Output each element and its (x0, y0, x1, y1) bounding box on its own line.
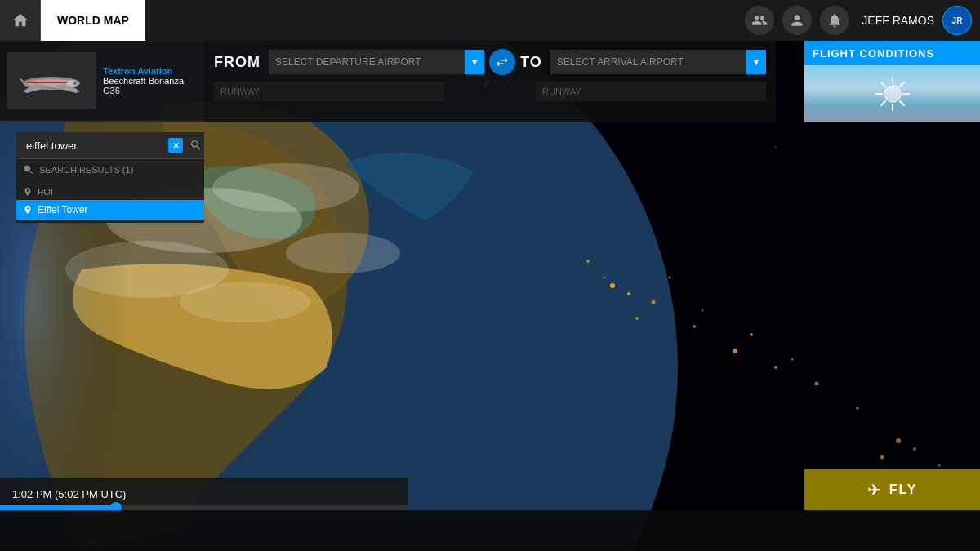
flight-bar: FROM SELECT DEPARTURE AIRPORT ▼ TO SELEC… (204, 41, 776, 122)
fly-plane-icon: ✈ (867, 480, 881, 500)
svg-point-19 (180, 282, 310, 322)
search-clear-button[interactable]: ✕ (168, 138, 183, 153)
svg-point-36 (896, 438, 901, 443)
eiffel-pin-icon (23, 205, 33, 215)
user-avatar[interactable]: JR (942, 6, 972, 35)
svg-point-49 (74, 82, 77, 85)
search-panel: ✕ SEARCH RESULTS (1) POI (16, 132, 204, 223)
search-results-label: SEARCH RESULTS (1) (39, 165, 133, 175)
worldmap-label: WORLD MAP (57, 14, 129, 27)
departure-runway[interactable]: RUNWAY (214, 82, 444, 101)
departure-selector: SELECT DEPARTURE AIRPORT ▼ (269, 50, 484, 74)
svg-point-26 (774, 366, 777, 369)
svg-point-32 (750, 333, 753, 336)
svg-line-58 (881, 101, 885, 105)
swap-airports-button[interactable] (489, 49, 515, 75)
departure-input[interactable]: SELECT DEPARTURE AIRPORT (269, 50, 465, 74)
home-button[interactable] (0, 0, 41, 41)
svg-point-29 (669, 277, 671, 279)
svg-point-50 (884, 86, 901, 102)
time-bar: 1:02 PM (5:02 PM UTC) (0, 478, 408, 510)
svg-point-34 (586, 260, 590, 263)
runway-row: RUNWAY RUNWAY (214, 82, 766, 101)
search-submit-button[interactable] (188, 137, 204, 153)
aircraft-panel: Textron Aviation Beechcraft Bonanza G36 (0, 41, 204, 122)
svg-point-21 (610, 283, 615, 288)
svg-point-35 (604, 277, 606, 279)
aircraft-info: Textron Aviation Beechcraft Bonanza G36 (103, 66, 198, 96)
search-results-panel: SEARCH RESULTS (1) POI Eiffel Tower (16, 158, 204, 223)
arrival-input[interactable]: SELECT ARRIVAL AIRPORT (550, 50, 746, 74)
topbar: WORLD MAP JEFF RAMOS JR (0, 0, 980, 41)
topbar-right: JEFF RAMOS JR (745, 6, 980, 35)
search-input-row: ✕ (16, 132, 204, 158)
poi-section: POI Eiffel Tower (16, 180, 204, 223)
departure-placeholder: SELECT DEPARTURE AIRPORT (275, 56, 421, 68)
search-results-header: SEARCH RESULTS (1) (16, 159, 204, 180)
aircraft-brand[interactable]: Textron Aviation (103, 66, 198, 76)
svg-point-31 (702, 309, 704, 312)
arrival-placeholder: SELECT ARRIVAL AIRPORT (557, 56, 684, 68)
flight-conditions-title: FLIGHT CONDITIONS (813, 47, 934, 60)
notification-icon-button[interactable] (820, 6, 849, 35)
search-input[interactable] (26, 140, 163, 152)
svg-point-17 (212, 163, 359, 212)
time-display: 1:02 PM (5:02 PM UTC) (12, 488, 126, 500)
svg-point-37 (913, 447, 916, 451)
flight-conditions-header: FLIGHT CONDITIONS (804, 41, 980, 65)
fly-button[interactable]: ✈ FLY (804, 469, 980, 510)
svg-point-24 (693, 325, 696, 328)
arrival-runway[interactable]: RUNWAY (536, 82, 766, 101)
worldmap-tab[interactable]: WORLD MAP (41, 0, 145, 41)
svg-point-25 (733, 349, 737, 353)
username-label: JEFF RAMOS (862, 14, 934, 27)
svg-line-55 (881, 82, 885, 87)
aircraft-model: Beechcraft Bonanza G36 (103, 76, 198, 96)
poi-label: POI (16, 184, 204, 200)
to-label: TO (520, 54, 542, 71)
svg-point-27 (815, 382, 819, 386)
arrival-selector: SELECT ARRIVAL AIRPORT ▼ (550, 50, 766, 74)
arrival-dropdown-arrow[interactable]: ▼ (746, 50, 766, 74)
aircraft-illustration (7, 52, 96, 109)
people-icon-button[interactable] (745, 6, 774, 35)
departure-dropdown-arrow[interactable]: ▼ (465, 50, 484, 74)
aircraft-image (7, 52, 96, 109)
from-to-row: FROM SELECT DEPARTURE AIRPORT ▼ TO SELEC… (214, 47, 766, 77)
profile-icon-button[interactable] (782, 6, 812, 35)
flight-conditions-panel: FLIGHT CONDITIONS (804, 41, 980, 122)
svg-point-22 (627, 292, 630, 295)
svg-point-20 (286, 233, 400, 273)
svg-line-56 (900, 101, 904, 105)
svg-point-23 (652, 300, 656, 304)
from-label: FROM (214, 54, 261, 71)
eiffel-tower-result[interactable]: Eiffel Tower (16, 200, 204, 220)
svg-point-30 (635, 317, 639, 320)
svg-point-38 (880, 455, 884, 460)
svg-text:JR: JR (952, 16, 964, 25)
results-search-icon (23, 164, 34, 176)
svg-point-28 (856, 407, 859, 410)
sun-icon (872, 73, 913, 114)
svg-line-57 (900, 82, 904, 87)
poi-icon (23, 187, 33, 197)
fly-label: FLY (889, 482, 918, 497)
flight-conditions-content[interactable] (804, 65, 980, 122)
eiffel-tower-label: Eiffel Tower (38, 204, 88, 216)
svg-point-33 (791, 358, 794, 361)
bottom-bar (0, 510, 980, 551)
svg-point-39 (938, 464, 941, 467)
